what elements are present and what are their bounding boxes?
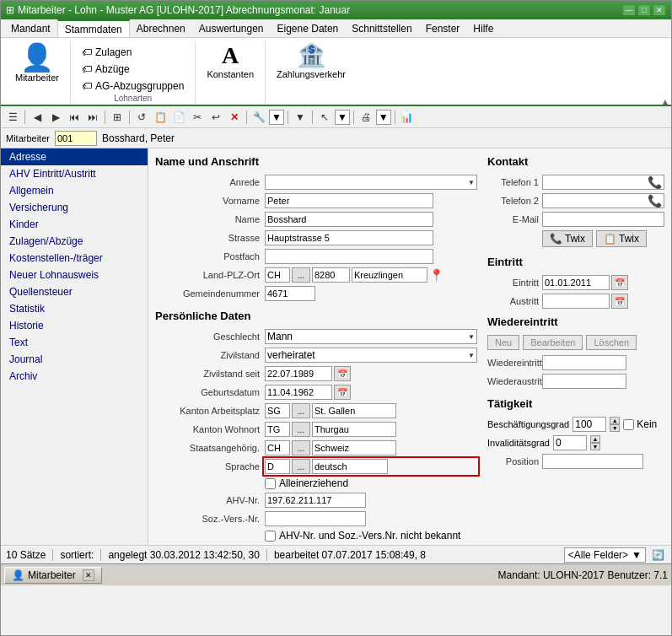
email-field[interactable] (545, 214, 662, 224)
plz-input[interactable] (312, 267, 350, 283)
print-dropdown[interactable]: ▼ (376, 110, 391, 125)
staatsangehoerig-value[interactable] (312, 440, 396, 455)
name-input[interactable] (265, 212, 433, 227)
strasse-input[interactable] (265, 230, 433, 245)
wiedereintritt-input[interactable] (542, 355, 626, 370)
sidebar-item-kostenstellen[interactable]: Kostenstellen-/träger (1, 250, 148, 267)
tools-btn[interactable]: 🔧 (250, 109, 267, 126)
soz-input[interactable] (265, 511, 366, 526)
kanton-arbeitsplatz-dots[interactable]: ... (292, 403, 310, 418)
menu-eigene-daten[interactable]: Eigene Daten (271, 19, 346, 37)
zahlungsverkehr-btn[interactable]: 🏦 Zahlungsverkehr (272, 41, 350, 82)
sidebar-item-journal[interactable]: Journal (1, 351, 148, 368)
telefon1-input[interactable]: 📞 (542, 175, 664, 190)
info-btn[interactable]: 📊 (399, 109, 416, 126)
staatsangehoerig-dots[interactable]: ... (292, 440, 310, 455)
telefon1-field[interactable] (545, 177, 648, 187)
postfach-input[interactable] (265, 249, 433, 264)
geschlecht-dropdown[interactable]: Mann ▼ (265, 329, 477, 344)
paste-btn[interactable]: 📄 (170, 109, 187, 126)
sidebar-item-lohnausweis[interactable]: Neuer Lohnausweis (1, 267, 148, 283)
ahv-input[interactable] (265, 493, 366, 508)
sidebar-item-statistik[interactable]: Statistik (1, 300, 148, 317)
zivilstand-seit-input[interactable] (265, 366, 332, 381)
geburtsdatum-input[interactable] (265, 385, 332, 400)
beschaeftigung-input[interactable]: 100 (573, 417, 606, 432)
sprache-value-input[interactable] (312, 459, 388, 474)
vorname-input[interactable] (265, 193, 433, 208)
sprache-short-input[interactable] (265, 459, 290, 474)
copy-btn[interactable]: 📋 (152, 109, 169, 126)
cut-btn[interactable]: ✂ (189, 109, 206, 126)
gemeinde-input[interactable] (265, 286, 315, 301)
telefon2-input[interactable]: 📞 (542, 193, 664, 208)
task-mitarbeiter-btn[interactable]: 👤 Mitarbeiter ✕ (4, 567, 102, 584)
filter-btn[interactable]: ▼ (292, 109, 309, 126)
refresh-btn[interactable]: ↺ (133, 109, 150, 126)
email-input-wrap[interactable] (542, 212, 664, 227)
staatsangehoerig-short[interactable] (265, 440, 290, 455)
twix-btn-2[interactable]: 📋 Twix (596, 230, 647, 247)
wiederaustritt-input[interactable] (542, 374, 626, 389)
eintritt-cal-btn[interactable]: 📅 (611, 275, 628, 290)
task-close-btn[interactable]: ✕ (83, 569, 94, 581)
geburtsdatum-cal-btn[interactable]: 📅 (334, 385, 351, 400)
invaliditaet-input[interactable]: 0 (553, 435, 587, 450)
wi-loeschen-btn[interactable]: Löschen (586, 335, 637, 350)
wi-neu-btn[interactable]: Neu (487, 335, 519, 350)
konstanten-btn[interactable]: A Konstanten (202, 41, 258, 82)
forward-btn[interactable]: ▶ (47, 109, 64, 126)
ribbon-mitarbeiter-btn[interactable]: 👤 Mitarbeiter (11, 41, 63, 85)
kanton-arbeitsplatz-short[interactable] (265, 403, 290, 418)
menu-icon-btn[interactable]: ☰ (4, 109, 21, 126)
tools-dropdown[interactable]: ▼ (269, 110, 284, 125)
eintritt-input[interactable] (542, 275, 610, 290)
ort-input[interactable] (352, 267, 427, 283)
alle-felder-dropdown[interactable]: <Alle Felder> ▼ (564, 547, 646, 563)
zulagen-btn[interactable]: 🏷 Zulagen (78, 45, 188, 60)
sidebar-item-kinder[interactable]: Kinder (1, 216, 148, 233)
sidebar-item-quellensteuer[interactable]: Quellensteuer (1, 283, 148, 300)
menu-abrechnen[interactable]: Abrechnen (130, 19, 192, 37)
sidebar-item-versicherung[interactable]: Versicherung (1, 199, 148, 216)
sprache-dots[interactable]: ... (292, 459, 310, 474)
ahv-unbekannt-checkbox[interactable] (265, 531, 276, 542)
maximize-button[interactable]: □ (637, 4, 651, 16)
kanton-arbeitsplatz-value[interactable] (312, 403, 396, 418)
anrede-dropdown[interactable]: ▼ (265, 175, 477, 190)
kein-checkbox[interactable] (623, 419, 634, 430)
telefon2-field[interactable] (545, 196, 648, 206)
menu-auswertungen[interactable]: Auswertungen (192, 19, 271, 37)
close-button[interactable]: ✕ (653, 4, 666, 16)
sidebar-item-ahv[interactable]: AHV Eintritt/Austritt (1, 165, 148, 182)
undo-btn[interactable]: ↩ (207, 109, 224, 126)
sidebar-item-text[interactable]: Text (1, 334, 148, 351)
start-btn[interactable]: ⏮ (66, 109, 83, 126)
menu-schnittstellen[interactable]: Schnittstellen (345, 19, 418, 37)
abzuege-btn[interactable]: 🏷 Abzüge (78, 62, 188, 77)
status-refresh-btn[interactable]: 🔄 (649, 547, 666, 563)
sidebar-item-allgemein[interactable]: Allgemein (1, 182, 148, 199)
twix-btn-1[interactable]: 📞 Twix (542, 230, 593, 247)
sidebar-item-adresse[interactable]: Adresse (1, 148, 148, 165)
menu-fenster[interactable]: Fenster (419, 19, 467, 37)
kanton-wohnort-short[interactable] (265, 422, 290, 437)
table-btn[interactable]: ⊞ (109, 109, 126, 126)
beschaeftigung-down[interactable]: ▼ (610, 424, 620, 432)
land-input[interactable] (265, 267, 290, 283)
zivilstand-seit-cal-btn[interactable]: 📅 (334, 366, 351, 381)
kanton-wohnort-dots[interactable]: ... (292, 422, 310, 437)
ag-abzugsgruppen-btn[interactable]: 🏷 AG-Abzugsgruppen (78, 78, 188, 94)
delete-btn[interactable]: ✕ (226, 109, 243, 126)
ribbon-collapse-btn[interactable]: ▲ (661, 97, 669, 106)
wi-bearbeiten-btn[interactable]: Bearbeiten (523, 335, 583, 350)
sidebar-item-historie[interactable]: Historie (1, 317, 148, 334)
austritt-cal-btn[interactable]: 📅 (611, 294, 628, 309)
cursor-btn[interactable]: ↖ (316, 109, 333, 126)
kanton-wohnort-value[interactable] (312, 422, 396, 437)
alleinerziehend-checkbox[interactable] (265, 478, 276, 489)
austritt-input[interactable] (542, 294, 610, 309)
invaliditaet-down[interactable]: ▼ (590, 443, 600, 450)
position-input[interactable] (542, 454, 643, 469)
menu-stammdaten[interactable]: Stammdaten (57, 19, 130, 37)
